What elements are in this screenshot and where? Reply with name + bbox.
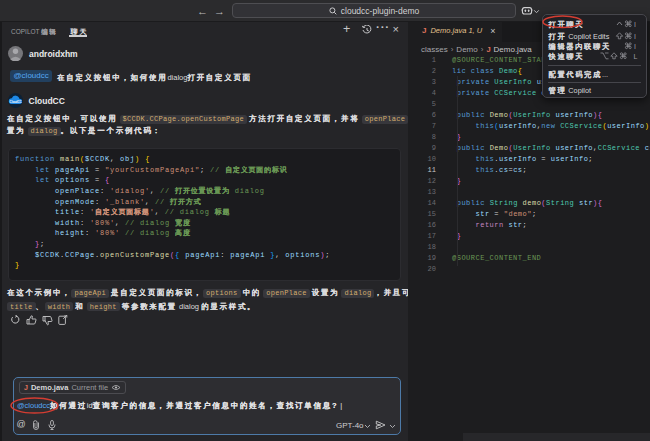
svg-text:I: I xyxy=(634,21,636,28)
svg-text:L: L xyxy=(634,53,638,60)
svg-text:I: I xyxy=(634,33,636,40)
svg-text:CloudCC: CloudCC xyxy=(10,100,22,104)
svg-text:I: I xyxy=(634,42,636,49)
